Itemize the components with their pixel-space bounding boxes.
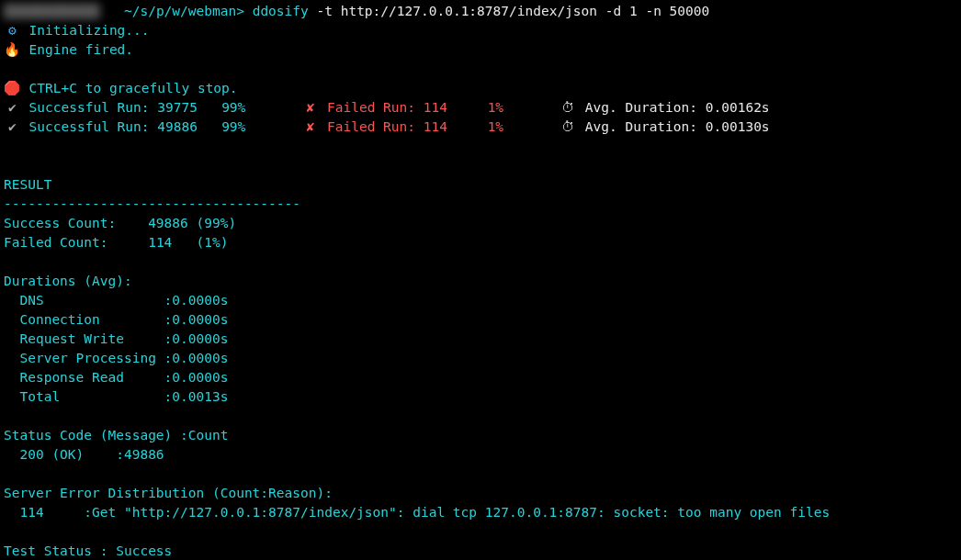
run-row-1: ✔ Successful Run: 39775 99% ✘ Failed Run… <box>4 98 957 118</box>
check-icon: ✔ <box>4 118 21 137</box>
prompt-sep: > <box>236 4 244 18</box>
fire-icon: 🔥 <box>4 40 21 60</box>
cross-icon: ✘ <box>301 98 319 118</box>
test-status: Test Status : Success <box>4 542 957 560</box>
durations-header: Durations (Avg): <box>4 272 957 291</box>
stop-hint: 🛑 CTRL+C to gracefully stop. <box>4 79 957 98</box>
status-code-header: Status Code (Message) :Count <box>4 426 957 445</box>
check-icon: ✔ <box>4 98 21 118</box>
error-dist-header: Server Error Distribution (Count:Reason)… <box>4 484 957 503</box>
command-args: -t http://127.0.0.1:8787/index/json -d 1… <box>309 4 710 18</box>
hidden-user: ████████████ <box>4 4 100 18</box>
run-row-2: ✔ Successful Run: 49886 99% ✘ Failed Run… <box>4 118 957 137</box>
duration-total: Total :0.0013s <box>4 387 957 407</box>
duration-dns: DNS :0.0000s <box>4 291 957 310</box>
cross-icon: ✘ <box>301 118 319 137</box>
command-name: ddosify <box>253 4 309 18</box>
success-count-line: Success Count: 49886 (99%) <box>4 214 957 233</box>
stopwatch-icon: ⏱ <box>560 118 577 137</box>
stop-icon: 🛑 <box>4 79 21 98</box>
duration-connection: Connection :0.0000s <box>4 310 957 330</box>
error-dist-line: 114 :Get "http://127.0.0.1:8787/index/js… <box>4 503 957 522</box>
failed-count-line: Failed Count: 114 (1%) <box>4 233 957 252</box>
init-line-1: ⚙ Initializing... <box>4 21 957 40</box>
prompt-path: ~/s/p/w/webman <box>124 4 236 18</box>
duration-request-write: Request Write :0.0000s <box>4 330 957 349</box>
status-code-line: 200 (OK) :49886 <box>4 445 957 465</box>
result-header: RESULT <box>4 175 957 195</box>
duration-server-processing: Server Processing :0.0000s <box>4 349 957 368</box>
gear-icon: ⚙ <box>4 21 21 40</box>
prompt-line: ████████████ ~/s/p/w/webman> ddosify -t … <box>4 2 957 21</box>
result-divider: ------------------------------------- <box>4 195 957 214</box>
stopwatch-icon: ⏱ <box>560 98 577 118</box>
terminal[interactable]: ████████████ ~/s/p/w/webman> ddosify -t … <box>0 0 961 560</box>
duration-response-read: Response Read :0.0000s <box>4 368 957 387</box>
init-line-2: 🔥 Engine fired. <box>4 40 957 60</box>
